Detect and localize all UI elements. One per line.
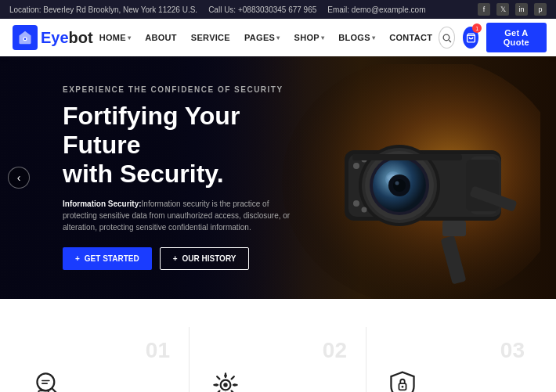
svg-point-34 bbox=[233, 383, 236, 387]
hero-title-line2: with Security. bbox=[63, 160, 224, 188]
nav-about[interactable]: ABOUT bbox=[139, 28, 183, 47]
logo[interactable]: Eyebot bbox=[13, 25, 93, 50]
shop-arrow: ▾ bbox=[321, 34, 324, 41]
feature-item-2: 02 Easy To Setup And Use The first step … bbox=[190, 327, 366, 392]
svg-point-25 bbox=[362, 207, 367, 213]
home-arrow: ▾ bbox=[128, 34, 131, 41]
nav-contact[interactable]: CONTACT bbox=[383, 28, 439, 47]
cart-icon bbox=[466, 33, 476, 43]
logo-rest: bot bbox=[69, 29, 93, 46]
hero-title: Fortifying Your Future with Security. bbox=[63, 102, 298, 188]
nav-blogs[interactable]: BLOGS ▾ bbox=[332, 28, 381, 47]
nav-home[interactable]: HOME ▾ bbox=[93, 28, 138, 47]
features-grid: 01 Identification of Assets The first st… bbox=[13, 327, 543, 392]
feature-icon-3 bbox=[385, 368, 420, 392]
get-started-icon: + bbox=[75, 254, 80, 263]
svg-point-1 bbox=[24, 38, 27, 40]
search-button[interactable] bbox=[439, 27, 455, 49]
our-history-label: OUR HISTORY bbox=[182, 254, 236, 263]
svg-point-24 bbox=[353, 200, 359, 207]
cart-button[interactable]: 1 bbox=[463, 27, 478, 49]
svg-point-32 bbox=[223, 383, 227, 387]
feature-icon-1 bbox=[31, 368, 66, 392]
feature-item-3: 03 Vulnerability Assessment The first st… bbox=[366, 327, 543, 392]
search-icon bbox=[442, 33, 452, 43]
feature-item-1: 01 Identification of Assets The first st… bbox=[13, 327, 190, 392]
hero-section: ‹ EXPERIENCE THE CONFIDENCE OF SECURITY … bbox=[0, 56, 556, 299]
twitter-icon[interactable]: 𝕏 bbox=[496, 3, 509, 16]
hero-subtitle-bold: Information Security: bbox=[63, 200, 142, 208]
features-section: 01 Identification of Assets The first st… bbox=[0, 299, 556, 392]
quote-button[interactable]: Get A Quote bbox=[486, 23, 546, 52]
svg-line-29 bbox=[52, 389, 59, 392]
hero-subtitle: Information Security:Information securit… bbox=[63, 198, 298, 233]
nav-pages[interactable]: PAGES ▾ bbox=[238, 28, 287, 47]
feature-number-3: 03 bbox=[385, 340, 525, 361]
linkedin-icon[interactable]: in bbox=[515, 3, 528, 16]
feature-number-1: 01 bbox=[31, 340, 170, 361]
logo-text: Eyebot bbox=[41, 29, 93, 47]
our-history-icon: + bbox=[173, 254, 178, 263]
hero-title-line1: Fortifying Your Future bbox=[63, 102, 240, 159]
top-bar-contact: Location: Beverley Rd Brooklyn, New York… bbox=[9, 5, 426, 14]
email-text: Email: demo@example.com bbox=[327, 5, 425, 14]
get-started-button[interactable]: + GET STARTED bbox=[63, 247, 152, 270]
facebook-icon[interactable]: f bbox=[478, 3, 490, 16]
svg-point-2 bbox=[443, 34, 449, 41]
svg-point-21 bbox=[395, 182, 399, 185]
top-bar-socials: f 𝕏 in p bbox=[478, 3, 547, 16]
hero-tagline: EXPERIENCE THE CONFIDENCE OF SECURITY bbox=[63, 85, 298, 94]
hero-buttons: + GET STARTED + OUR HISTORY bbox=[63, 247, 298, 270]
top-bar: Location: Beverley Rd Brooklyn, New York… bbox=[0, 0, 556, 19]
logo-icon bbox=[13, 25, 38, 50]
pinterest-icon[interactable]: p bbox=[534, 3, 547, 16]
header: Eyebot HOME ▾ ABOUT SERVICE PAGES ▾ SHOP… bbox=[0, 19, 556, 56]
header-actions: 1 Get A Quote bbox=[439, 23, 546, 52]
main-nav: HOME ▾ ABOUT SERVICE PAGES ▾ SHOP ▾ BLOG… bbox=[93, 28, 439, 47]
nav-service[interactable]: SERVICE bbox=[185, 28, 236, 47]
svg-point-36 bbox=[215, 383, 218, 387]
feature-icon-2 bbox=[208, 368, 243, 392]
svg-point-38 bbox=[402, 386, 404, 388]
svg-point-22 bbox=[353, 163, 359, 169]
location-text: Location: Beverley Rd Brooklyn, New York… bbox=[9, 5, 197, 14]
feature-number-2: 02 bbox=[208, 340, 347, 361]
get-started-label: GET STARTED bbox=[85, 254, 139, 263]
svg-rect-26 bbox=[352, 154, 462, 160]
pages-arrow: ▾ bbox=[276, 34, 280, 41]
svg-point-33 bbox=[224, 374, 227, 377]
svg-rect-7 bbox=[442, 221, 466, 236]
blogs-arrow: ▾ bbox=[372, 34, 375, 41]
svg-line-3 bbox=[449, 40, 451, 42]
svg-point-20 bbox=[393, 179, 406, 192]
cart-badge: 1 bbox=[472, 23, 482, 33]
nav-shop[interactable]: SHOP ▾ bbox=[288, 28, 331, 47]
hero-prev-button[interactable]: ‹ bbox=[8, 167, 30, 189]
hero-content: EXPERIENCE THE CONFIDENCE OF SECURITY Fo… bbox=[0, 85, 298, 269]
our-history-button[interactable]: + OUR HISTORY bbox=[160, 247, 250, 270]
logo-eye: Eye bbox=[41, 29, 69, 46]
phone-text: Call Us: +0883030345 677 965 bbox=[208, 5, 316, 14]
